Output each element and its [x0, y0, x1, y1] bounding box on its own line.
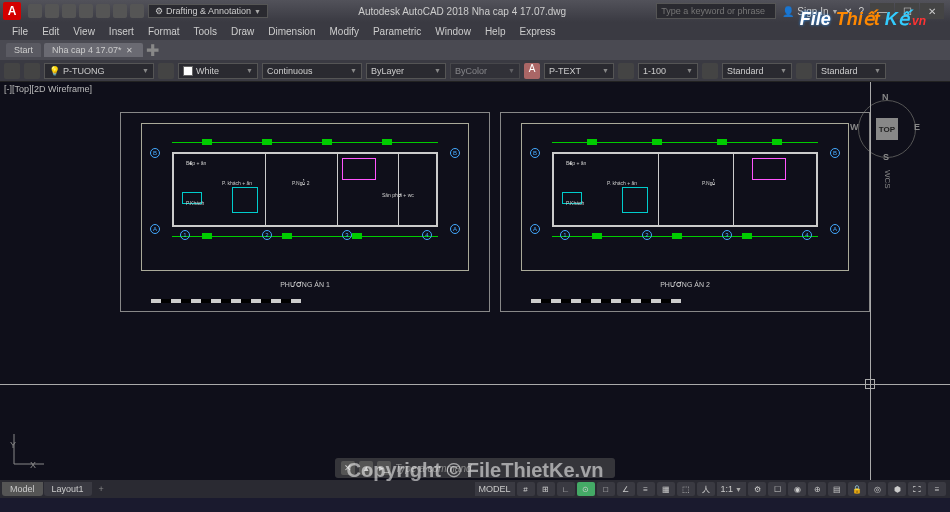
- tab-close-icon[interactable]: ✕: [124, 46, 135, 55]
- qat-open-icon[interactable]: [45, 4, 59, 18]
- viewport-label[interactable]: [-][Top][2D Wireframe]: [4, 84, 92, 94]
- tab-current-file[interactable]: Nha cap 4 17.07* ✕: [44, 43, 143, 57]
- wall: [816, 152, 818, 227]
- chevron-down-icon: ▼: [602, 67, 609, 74]
- status-anno-monitor-icon[interactable]: ◉: [788, 482, 806, 496]
- search-input[interactable]: [656, 3, 776, 19]
- plotstyle-dropdown[interactable]: ByColor ▼: [450, 63, 520, 79]
- menu-insert[interactable]: Insert: [103, 25, 140, 38]
- menu-view[interactable]: View: [67, 25, 101, 38]
- status-hardware-icon[interactable]: ⬢: [888, 482, 906, 496]
- viewcube-face[interactable]: TOP: [876, 118, 898, 140]
- layout-tab-model[interactable]: Model: [2, 482, 43, 496]
- status-customize-icon[interactable]: ≡: [928, 482, 946, 496]
- qat-saveas-icon[interactable]: [79, 4, 93, 18]
- cmd-recent-icon[interactable]: ▴: [359, 461, 373, 475]
- wcs-label[interactable]: WCS: [883, 170, 892, 189]
- room-label: Sân phơi + wc: [382, 192, 414, 198]
- status-grid-toggle[interactable]: #: [517, 482, 535, 496]
- dimstyle-dropdown[interactable]: Standard ▼: [722, 63, 792, 79]
- command-line[interactable]: ✕ ▴ ▸_ Type a command: [335, 458, 615, 478]
- status-snap-toggle[interactable]: ⊞: [537, 482, 555, 496]
- command-input[interactable]: Type a command: [395, 463, 472, 474]
- floor-plan-1: P. khách + ăn Bếp + ăn P.Ngủ 2 Sân phơi …: [172, 152, 438, 227]
- dimscale-dropdown[interactable]: 1-100 ▼: [638, 63, 698, 79]
- menu-tools[interactable]: Tools: [188, 25, 223, 38]
- crosshair-horizontal: [0, 384, 950, 385]
- grid-bubble: 3: [722, 230, 732, 240]
- menu-draw[interactable]: Draw: [225, 25, 260, 38]
- drawing-sheet-1[interactable]: P. khách + ăn Bếp + ăn P.Ngủ 2 Sân phơi …: [120, 112, 490, 312]
- grid-bubble: 4: [422, 230, 432, 240]
- menu-file[interactable]: File: [6, 25, 34, 38]
- match-layer-icon[interactable]: [158, 63, 174, 79]
- dimension-tag: [202, 139, 212, 145]
- status-scale-dropdown[interactable]: 1:1 ▼: [717, 482, 746, 496]
- ucs-icon[interactable]: Y X: [10, 428, 50, 470]
- status-isolate-icon[interactable]: ◎: [868, 482, 886, 496]
- menu-dimension[interactable]: Dimension: [262, 25, 321, 38]
- status-quickprops-icon[interactable]: ▤: [828, 482, 846, 496]
- menu-modify[interactable]: Modify: [324, 25, 365, 38]
- dim-style-icon[interactable]: [618, 63, 634, 79]
- qat-plot-icon[interactable]: [96, 4, 110, 18]
- menu-help[interactable]: Help: [479, 25, 512, 38]
- viewcube-east[interactable]: E: [914, 122, 920, 132]
- linetype-dropdown[interactable]: Continuous ▼: [262, 63, 362, 79]
- status-lineweight-toggle[interactable]: ≡: [637, 482, 655, 496]
- grid-bubble: 3: [342, 230, 352, 240]
- status-polar-toggle[interactable]: ⊙: [577, 482, 595, 496]
- color-dropdown[interactable]: White ▼: [178, 63, 258, 79]
- grid-bubble: A: [450, 224, 460, 234]
- workspace-dropdown[interactable]: ⚙ Drafting & Annotation ▼: [148, 4, 268, 18]
- status-lock-ui-icon[interactable]: 🔒: [848, 482, 866, 496]
- qat-undo-icon[interactable]: [113, 4, 127, 18]
- dimension-tag: [592, 233, 602, 239]
- dimstyle-icon[interactable]: [702, 63, 718, 79]
- layer-props-icon[interactable]: [4, 63, 20, 79]
- textstyle-dropdown[interactable]: P-TEXT ▼: [544, 63, 614, 79]
- status-gear-icon[interactable]: ⚙: [748, 482, 766, 496]
- qat-redo-icon[interactable]: [130, 4, 144, 18]
- menu-format[interactable]: Format: [142, 25, 186, 38]
- tab-add-icon[interactable]: ✚: [146, 41, 159, 60]
- menu-parametric[interactable]: Parametric: [367, 25, 427, 38]
- status-ortho-toggle[interactable]: ∟: [557, 482, 575, 496]
- status-cycling-toggle[interactable]: ⬚: [677, 482, 695, 496]
- layer-states-icon[interactable]: [24, 63, 40, 79]
- cmd-prompt-icon: ▸_: [377, 461, 391, 475]
- qat-save-icon[interactable]: [62, 4, 76, 18]
- tab-start[interactable]: Start: [6, 43, 41, 57]
- drawing-viewport[interactable]: [-][Top][2D Wireframe] TOP N S E W WCS P…: [0, 82, 950, 480]
- menu-window[interactable]: Window: [429, 25, 477, 38]
- menu-edit[interactable]: Edit: [36, 25, 65, 38]
- viewcube-south[interactable]: S: [883, 152, 889, 162]
- table-style-icon[interactable]: [796, 63, 812, 79]
- viewcube-north[interactable]: N: [882, 92, 889, 102]
- tablestyle-dropdown[interactable]: Standard ▼: [816, 63, 886, 79]
- dimension-tag: [352, 233, 362, 239]
- grid-bubble: A: [150, 224, 160, 234]
- text-style-icon[interactable]: A: [524, 63, 540, 79]
- status-cleanscreen-icon[interactable]: ⛶: [908, 482, 926, 496]
- layer-dropdown[interactable]: 💡 P-TUONG ▼: [44, 63, 154, 79]
- status-units-icon[interactable]: ⊕: [808, 482, 826, 496]
- scale-bar: [151, 299, 301, 303]
- status-transparency-toggle[interactable]: ▦: [657, 482, 675, 496]
- app-icon[interactable]: A: [3, 2, 21, 20]
- status-bar: Model Layout1 + MODEL # ⊞ ∟ ⊙ □ ∠ ≡ ▦ ⬚ …: [0, 480, 950, 498]
- layout-tab-layout1[interactable]: Layout1: [44, 482, 92, 496]
- lineweight-dropdown[interactable]: ByLayer ▼: [366, 63, 446, 79]
- status-workspace-icon[interactable]: ☐: [768, 482, 786, 496]
- status-osnap-toggle[interactable]: □: [597, 482, 615, 496]
- cmd-close-icon[interactable]: ✕: [341, 461, 355, 475]
- menu-express[interactable]: Express: [513, 25, 561, 38]
- status-otrack-toggle[interactable]: ∠: [617, 482, 635, 496]
- drawing-sheet-2[interactable]: P. khách + ăn Bếp + ăn P.Ngủ P.Khách B A…: [500, 112, 870, 312]
- furniture-bed: [752, 158, 786, 180]
- status-anno-toggle[interactable]: 人: [697, 482, 715, 496]
- grid-bubble: A: [830, 224, 840, 234]
- status-model-button[interactable]: MODEL: [475, 482, 515, 496]
- qat-new-icon[interactable]: [28, 4, 42, 18]
- layout-add-button[interactable]: +: [93, 482, 110, 496]
